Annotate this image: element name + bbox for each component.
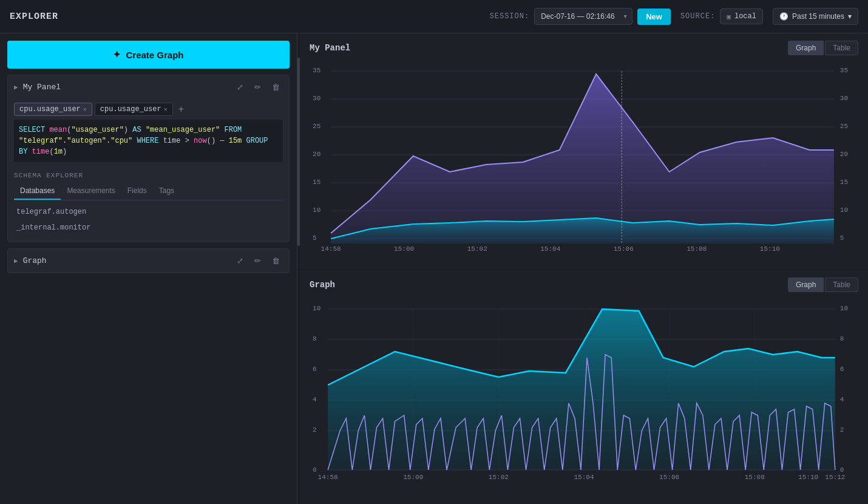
query-tab-2-close[interactable]: ✕ <box>164 106 168 113</box>
add-query-tab-button[interactable]: + <box>175 103 187 116</box>
schema-db-1[interactable]: telegraf.autogen <box>14 204 283 220</box>
graph-panel-edit-btn[interactable]: ✏ <box>251 255 264 267</box>
svg-text:15:04: 15:04 <box>540 245 561 253</box>
create-graph-button[interactable]: ✦ Create Graph <box>7 41 290 69</box>
svg-text:0: 0 <box>840 466 844 474</box>
schema-tab-fields[interactable]: Fields <box>121 183 153 200</box>
svg-text:5: 5 <box>840 234 844 242</box>
my-panel-delete-btn[interactable]: 🗑 <box>269 81 283 93</box>
svg-text:25: 25 <box>840 123 848 130</box>
query-tab-1[interactable]: cpu.usage_user ✕ <box>14 103 92 116</box>
svg-text:15:10: 15:10 <box>760 245 780 253</box>
svg-text:10: 10 <box>313 206 320 214</box>
svg-text:15:00: 15:00 <box>394 245 414 253</box>
query-tabs: cpu.usage_user ✕ cpu.usage_user ✕ + <box>8 99 289 120</box>
svg-text:25: 25 <box>313 123 320 130</box>
chart-2-svg: 10 8 6 4 2 0 10 8 6 4 2 0 <box>310 297 858 497</box>
my-panel-section: ▶ My Panel ⤢ ✏ 🗑 cpu.usage_user ✕ cpu.us… <box>7 75 290 242</box>
svg-text:15:04: 15:04 <box>574 474 594 481</box>
svg-text:8: 8 <box>313 335 317 342</box>
graph-icon: ✦ <box>113 49 121 60</box>
session-dropdown-wrapper: Dec-07-16 — 02:16:46 ▾ <box>534 8 632 25</box>
my-panel-export-btn[interactable]: ⤢ <box>234 81 246 93</box>
svg-text:20: 20 <box>840 151 848 158</box>
svg-text:30: 30 <box>313 95 320 102</box>
chart-1-svg: 35 30 25 20 15 10 5 35 30 25 20 15 10 5 <box>310 60 858 254</box>
chart-2-view-tabs: Graph Table <box>788 278 858 292</box>
svg-text:15:08: 15:08 <box>745 474 765 481</box>
chart-1-graph-tab[interactable]: Graph <box>788 41 824 55</box>
svg-text:14:58: 14:58 <box>321 245 341 253</box>
svg-text:15:00: 15:00 <box>403 474 423 481</box>
source-group: SOURCE: ▣ local <box>680 9 763 24</box>
svg-text:8: 8 <box>840 335 844 342</box>
svg-text:15:02: 15:02 <box>467 245 487 253</box>
chart-1-title: My Panel <box>310 43 788 53</box>
query-tab-1-close[interactable]: ✕ <box>83 106 87 113</box>
header: EXPLORER SESSION: Dec-07-16 — 02:16:46 ▾… <box>0 0 868 33</box>
svg-marker-54 <box>328 309 835 470</box>
source-box: ▣ local <box>720 9 763 24</box>
server-icon: ▣ <box>727 13 731 21</box>
graph-panel-toggle[interactable]: ▶ <box>14 257 18 265</box>
svg-text:2: 2 <box>840 426 844 434</box>
chart-1-svg-wrapper: 35 30 25 20 15 10 5 35 30 25 20 15 10 5 <box>310 60 858 254</box>
svg-text:35: 35 <box>840 67 848 74</box>
svg-text:14:58: 14:58 <box>318 474 338 481</box>
schema-tab-measurements[interactable]: Measurements <box>61 183 121 200</box>
svg-text:6: 6 <box>313 366 317 373</box>
app-title: EXPLORER <box>10 12 58 22</box>
graph-panel-export-btn[interactable]: ⤢ <box>234 255 246 267</box>
schema-tab-tags[interactable]: Tags <box>153 183 180 200</box>
time-range-button[interactable]: 🕐 Past 15 minutes ▾ <box>773 8 858 25</box>
svg-text:15: 15 <box>313 179 320 186</box>
chart-2-graph-tab[interactable]: Graph <box>788 278 824 292</box>
svg-text:15:08: 15:08 <box>687 245 707 253</box>
sidebar-scrollbar <box>297 33 300 504</box>
session-dropdown[interactable]: Dec-07-16 — 02:16:46 <box>534 8 632 25</box>
svg-text:4: 4 <box>313 396 317 403</box>
create-graph-label: Create Graph <box>126 50 183 60</box>
my-panel-toggle[interactable]: ▶ <box>14 83 18 91</box>
svg-text:4: 4 <box>840 396 844 403</box>
svg-text:35: 35 <box>313 67 320 74</box>
chart-panel-1: My Panel Graph Table <box>300 33 868 270</box>
main-layout: ✦ Create Graph ▶ My Panel ⤢ ✏ 🗑 cpu.usag… <box>0 33 868 504</box>
schema-tab-databases[interactable]: Databases <box>14 183 61 200</box>
svg-text:15:10: 15:10 <box>798 474 818 481</box>
svg-text:0: 0 <box>313 466 317 474</box>
chart-1-view-tabs: Graph Table <box>788 41 858 55</box>
chart-panel-2-header: Graph Graph Table <box>310 278 858 292</box>
query-tab-2-label: cpu.usage_user <box>100 105 161 114</box>
new-session-button[interactable]: New <box>637 9 671 25</box>
chart-2-table-tab[interactable]: Table <box>825 278 858 292</box>
source-value: local <box>734 12 756 21</box>
chart-panel-2: Graph Graph Table 10 <box>300 270 868 504</box>
svg-text:5: 5 <box>313 234 317 242</box>
svg-text:15:06: 15:06 <box>659 474 679 481</box>
graph-panel-section: ▶ Graph ⤢ ✏ 🗑 <box>7 248 290 273</box>
svg-text:15:12: 15:12 <box>825 474 845 481</box>
svg-text:30: 30 <box>840 95 848 102</box>
session-group: SESSION: Dec-07-16 — 02:16:46 ▾ New <box>490 8 671 25</box>
svg-text:10: 10 <box>313 305 320 312</box>
charts-area: My Panel Graph Table <box>300 33 868 504</box>
source-label: SOURCE: <box>680 12 715 21</box>
session-label: SESSION: <box>490 12 530 21</box>
chart-2-svg-wrapper: 10 8 6 4 2 0 10 8 6 4 2 0 <box>310 297 858 497</box>
svg-text:6: 6 <box>840 366 844 373</box>
svg-text:15:06: 15:06 <box>614 245 634 253</box>
my-panel-edit-btn[interactable]: ✏ <box>251 81 264 93</box>
schema-db-2[interactable]: _internal.monitor <box>14 220 283 236</box>
sidebar: ✦ Create Graph ▶ My Panel ⤢ ✏ 🗑 cpu.usag… <box>0 33 297 504</box>
clock-icon: 🕐 <box>779 12 788 21</box>
query-tab-2[interactable]: cpu.usage_user ✕ <box>95 103 173 116</box>
time-range-label: Past 15 minutes <box>792 12 844 21</box>
sql-editor[interactable]: SELECT mean("usage_user") AS "mean_usage… <box>14 120 283 162</box>
scrollbar-thumb[interactable] <box>297 58 300 246</box>
graph-panel-delete-btn[interactable]: 🗑 <box>269 255 283 267</box>
my-panel-header: ▶ My Panel ⤢ ✏ 🗑 <box>8 75 289 99</box>
my-panel-title: My Panel <box>23 83 229 92</box>
chart-1-table-tab[interactable]: Table <box>825 41 858 55</box>
schema-label: SCHEMA EXPLORER <box>14 168 283 183</box>
